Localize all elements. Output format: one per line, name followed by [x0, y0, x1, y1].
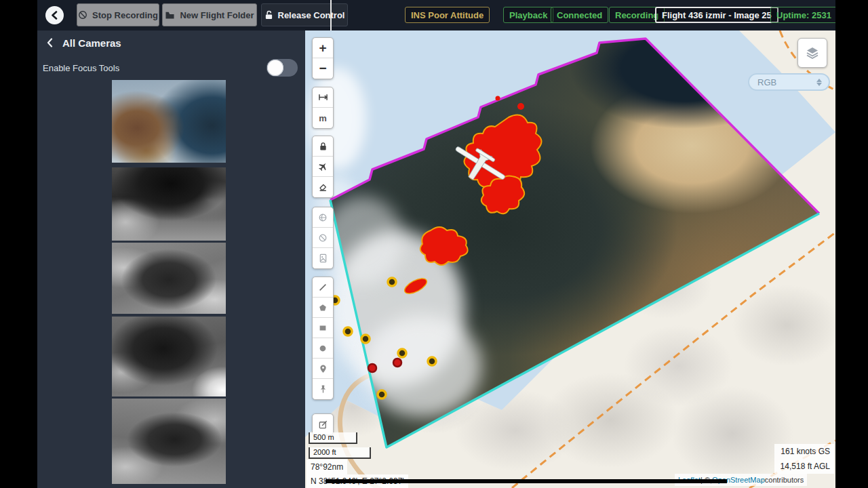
meters-unit-button[interactable]: m — [313, 108, 333, 128]
edit-annotation-button[interactable] — [313, 414, 333, 434]
rectangle-icon — [318, 323, 328, 333]
sidebar-title: All Cameras — [62, 37, 121, 49]
lock-plane-group — [312, 136, 334, 198]
ins-status-label: INS Poor Attitude — [411, 10, 484, 20]
flight-info-badge: Flight 436 izmir - Image 25 — [655, 7, 778, 23]
survey-boundary-top — [330, 39, 819, 214]
layer-select-value: RGB — [749, 77, 816, 87]
waypoint-markers[interactable] — [331, 278, 436, 399]
ground-speed-readout: 161 knots GS — [774, 444, 834, 459]
folder-icon — [165, 11, 175, 20]
camera-thumbnail-color[interactable] — [112, 80, 226, 163]
eraser-icon — [318, 182, 328, 192]
survey-boundary-bottom — [330, 200, 819, 447]
range-arrows-icon — [318, 93, 328, 102]
slash-circle-icon — [318, 233, 328, 243]
release-control-button[interactable]: Release Control — [261, 3, 348, 26]
lock-icon — [319, 142, 328, 151]
fire-detection-polygons — [402, 96, 541, 297]
attribution-suffix: contributors — [765, 476, 804, 484]
globe-button[interactable] — [313, 207, 333, 228]
follow-aircraft-button[interactable] — [313, 157, 333, 177]
layers-tools-group — [312, 207, 334, 269]
top-toolbar: Stop Recording New Flight Folder Release… — [37, 0, 835, 30]
toggle-knob — [267, 60, 283, 76]
right-letterbox — [835, 0, 868, 488]
connected-status-badge: Connected — [551, 7, 608, 23]
stop-recording-button[interactable]: Stop Recording — [77, 3, 159, 26]
flight-control-app: Stop Recording New Flight Folder Release… — [0, 0, 868, 488]
map-pin-icon — [319, 364, 328, 373]
lock-view-button[interactable] — [313, 136, 333, 157]
scale-bar-imperial: 2000 ft — [309, 447, 371, 459]
scale-metric-label: 500 m — [313, 433, 334, 441]
scale-bar-metric: 500 m — [309, 432, 357, 444]
aircraft-icon — [318, 161, 328, 171]
zoom-out-button[interactable]: − — [313, 58, 333, 79]
chevron-left-icon — [51, 11, 58, 20]
scale-imperial-label: 2000 ft — [313, 448, 336, 456]
map-view[interactable]: + − m — [305, 30, 835, 488]
camera-thumbnail-thermal-3[interactable] — [112, 317, 226, 396]
zoom-in-button[interactable]: + — [313, 38, 333, 58]
stop-slash-circle-icon — [78, 10, 87, 20]
measure-control-group: m — [312, 87, 334, 129]
flight-info-label: Flight 436 izmir - Image 25 — [662, 10, 772, 20]
range-measure-button[interactable] — [313, 87, 333, 108]
uptime-badge: Uptime: 2531 — [770, 7, 835, 23]
eraser-button[interactable] — [313, 177, 333, 197]
stop-recording-label: Stop Recording — [92, 10, 158, 20]
playback-status-badge: Playback — [503, 7, 553, 23]
uptime-label: Uptime: 2531 — [776, 10, 831, 20]
draw-circle-button[interactable] — [313, 338, 333, 359]
ins-status-badge: INS Poor Attitude — [405, 7, 490, 23]
altitude-readout: 14,518 ft AGL — [774, 459, 834, 474]
camera-thumbnail-thermal-4[interactable] — [112, 399, 226, 484]
release-control-label: Release Control — [278, 10, 345, 20]
globe-icon — [318, 213, 328, 222]
circle-icon — [318, 344, 328, 353]
toolbar-divider — [330, 0, 332, 30]
chevron-left-icon — [47, 38, 53, 47]
camera-sidebar: All Cameras Enable Focus Tools — [37, 30, 305, 488]
camera-thumbnail-thermal-2[interactable] — [112, 243, 226, 314]
range-bearing-value: 78°92nm — [311, 462, 343, 472]
draw-rectangle-button[interactable] — [313, 318, 333, 338]
layers-icon — [804, 45, 821, 61]
focus-tools-toggle[interactable] — [267, 59, 298, 77]
pushpin-button[interactable] — [313, 379, 333, 399]
select-stepper-icon — [816, 79, 829, 86]
image-file-icon — [319, 253, 328, 263]
left-letterbox — [0, 0, 37, 488]
layer-select-dropdown[interactable]: RGB — [748, 73, 830, 91]
draw-tools-group — [312, 277, 334, 400]
image-file-button[interactable] — [313, 248, 333, 268]
sidebar-header[interactable]: All Cameras — [37, 30, 305, 55]
draw-polygon-button[interactable] — [313, 298, 333, 318]
focus-tools-label: Enable Focus Tools — [43, 63, 119, 73]
camera-thumbnail-thermal-1[interactable] — [112, 167, 226, 241]
edit-pencil-icon — [318, 420, 328, 430]
map-vector-layer — [305, 30, 835, 488]
recording-status-label: Recording — [615, 10, 658, 20]
ground-speed-value: 161 knots GS — [781, 447, 830, 456]
drop-marker-button[interactable] — [313, 359, 333, 379]
unlock-icon — [264, 10, 273, 20]
pushpin-icon — [319, 384, 328, 394]
playback-status-label: Playback — [509, 10, 547, 20]
new-flight-folder-button[interactable]: New Flight Folder — [162, 3, 257, 26]
polygon-icon — [318, 303, 328, 312]
draw-line-button[interactable] — [313, 277, 333, 298]
range-bearing-readout: 78°92nm — [307, 460, 347, 474]
disable-overlay-button[interactable] — [313, 228, 333, 248]
back-button[interactable] — [45, 6, 64, 24]
layers-button[interactable] — [797, 38, 827, 68]
new-flight-folder-label: New Flight Folder — [180, 10, 254, 20]
connected-status-label: Connected — [557, 10, 602, 20]
altitude-value: 14,518 ft AGL — [781, 462, 830, 471]
video-scrubber-bar[interactable] — [326, 479, 727, 483]
zoom-control-group: + − — [312, 37, 334, 79]
polyline-icon — [318, 283, 328, 292]
